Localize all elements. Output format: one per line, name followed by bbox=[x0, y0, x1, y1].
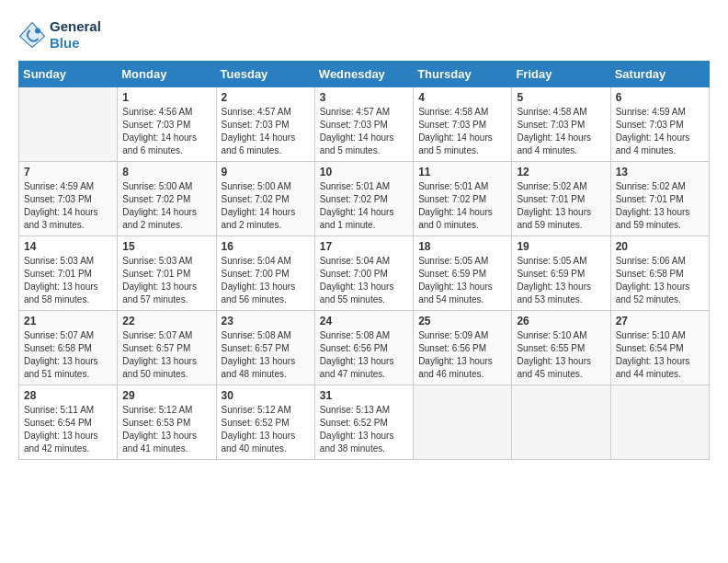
day-number: 9 bbox=[222, 166, 310, 178]
day-number: 6 bbox=[616, 91, 704, 104]
cell-info: Sunrise: 5:10 AM Sunset: 6:55 PM Dayligh… bbox=[517, 329, 605, 381]
day-number: 23 bbox=[222, 315, 310, 327]
day-number: 16 bbox=[222, 240, 310, 253]
cell-info: Sunrise: 5:02 AM Sunset: 7:01 PM Dayligh… bbox=[517, 180, 605, 232]
cell-info: Sunrise: 5:08 AM Sunset: 6:56 PM Dayligh… bbox=[320, 329, 408, 381]
cell-info: Sunrise: 4:56 AM Sunset: 7:03 PM Dayligh… bbox=[122, 106, 210, 157]
day-number: 26 bbox=[517, 315, 605, 327]
col-header-thursday: Thursday bbox=[414, 62, 512, 87]
calendar-cell: 12Sunrise: 5:02 AM Sunset: 7:01 PM Dayli… bbox=[512, 162, 610, 236]
calendar-cell: 24Sunrise: 5:08 AM Sunset: 6:56 PM Dayli… bbox=[314, 311, 413, 385]
day-number: 21 bbox=[24, 315, 112, 327]
cell-info: Sunrise: 4:57 AM Sunset: 7:03 PM Dayligh… bbox=[222, 106, 310, 157]
calendar-cell bbox=[512, 385, 610, 460]
calendar-cell: 21Sunrise: 5:07 AM Sunset: 6:58 PM Dayli… bbox=[19, 311, 118, 385]
calendar-cell: 20Sunrise: 5:06 AM Sunset: 6:58 PM Dayli… bbox=[610, 236, 709, 311]
calendar-week-3: 14Sunrise: 5:03 AM Sunset: 7:01 PM Dayli… bbox=[19, 236, 710, 311]
day-number: 28 bbox=[24, 389, 112, 402]
col-header-wednesday: Wednesday bbox=[314, 62, 413, 87]
cell-info: Sunrise: 5:07 AM Sunset: 6:57 PM Dayligh… bbox=[122, 329, 210, 381]
logo-text: General Blue bbox=[50, 18, 101, 52]
cell-info: Sunrise: 5:04 AM Sunset: 7:00 PM Dayligh… bbox=[222, 255, 310, 306]
day-number: 14 bbox=[24, 240, 112, 253]
cell-info: Sunrise: 4:59 AM Sunset: 7:03 PM Dayligh… bbox=[24, 180, 112, 232]
day-number: 17 bbox=[320, 240, 408, 253]
calendar-cell bbox=[414, 385, 512, 460]
day-number: 20 bbox=[616, 240, 704, 253]
calendar-cell: 1Sunrise: 4:56 AM Sunset: 7:03 PM Daylig… bbox=[118, 87, 216, 162]
svg-marker-0 bbox=[21, 24, 43, 46]
calendar-cell: 27Sunrise: 5:10 AM Sunset: 6:54 PM Dayli… bbox=[610, 311, 709, 385]
calendar-cell: 25Sunrise: 5:09 AM Sunset: 6:56 PM Dayli… bbox=[414, 311, 512, 385]
day-number: 22 bbox=[122, 315, 210, 327]
day-number: 3 bbox=[320, 91, 408, 104]
calendar-cell: 7Sunrise: 4:59 AM Sunset: 7:03 PM Daylig… bbox=[19, 162, 118, 236]
calendar-cell: 31Sunrise: 5:13 AM Sunset: 6:52 PM Dayli… bbox=[314, 385, 413, 460]
calendar-cell: 5Sunrise: 4:58 AM Sunset: 7:03 PM Daylig… bbox=[512, 87, 610, 162]
calendar-cell: 10Sunrise: 5:01 AM Sunset: 7:02 PM Dayli… bbox=[314, 162, 413, 236]
cell-info: Sunrise: 5:01 AM Sunset: 7:02 PM Dayligh… bbox=[418, 180, 506, 232]
cell-info: Sunrise: 5:10 AM Sunset: 6:54 PM Dayligh… bbox=[616, 329, 704, 381]
calendar-cell: 23Sunrise: 5:08 AM Sunset: 6:57 PM Dayli… bbox=[216, 311, 314, 385]
day-number: 1 bbox=[122, 91, 210, 104]
day-number: 2 bbox=[222, 91, 310, 104]
calendar-cell: 15Sunrise: 5:03 AM Sunset: 7:01 PM Dayli… bbox=[118, 236, 216, 311]
cell-info: Sunrise: 5:03 AM Sunset: 7:01 PM Dayligh… bbox=[24, 255, 112, 306]
cell-info: Sunrise: 5:06 AM Sunset: 6:58 PM Dayligh… bbox=[616, 255, 704, 306]
page-header: General Blue bbox=[18, 18, 710, 52]
calendar-cell: 22Sunrise: 5:07 AM Sunset: 6:57 PM Dayli… bbox=[118, 311, 216, 385]
day-number: 13 bbox=[616, 166, 704, 178]
day-number: 19 bbox=[517, 240, 605, 253]
col-header-friday: Friday bbox=[512, 62, 610, 87]
day-number: 4 bbox=[418, 91, 506, 104]
day-number: 8 bbox=[122, 166, 210, 178]
calendar-cell: 19Sunrise: 5:05 AM Sunset: 6:59 PM Dayli… bbox=[512, 236, 610, 311]
day-number: 5 bbox=[517, 91, 605, 104]
calendar-cell bbox=[610, 385, 709, 460]
calendar-cell: 26Sunrise: 5:10 AM Sunset: 6:55 PM Dayli… bbox=[512, 311, 610, 385]
cell-info: Sunrise: 5:09 AM Sunset: 6:56 PM Dayligh… bbox=[418, 329, 506, 381]
col-header-monday: Monday bbox=[118, 62, 216, 87]
calendar-cell: 9Sunrise: 5:00 AM Sunset: 7:02 PM Daylig… bbox=[216, 162, 314, 236]
cell-info: Sunrise: 5:00 AM Sunset: 7:02 PM Dayligh… bbox=[122, 180, 210, 232]
calendar-cell: 13Sunrise: 5:02 AM Sunset: 7:01 PM Dayli… bbox=[610, 162, 709, 236]
cell-info: Sunrise: 4:58 AM Sunset: 7:03 PM Dayligh… bbox=[418, 106, 506, 157]
cell-info: Sunrise: 5:11 AM Sunset: 6:54 PM Dayligh… bbox=[24, 404, 112, 455]
cell-info: Sunrise: 5:13 AM Sunset: 6:52 PM Dayligh… bbox=[320, 404, 408, 455]
col-header-sunday: Sunday bbox=[19, 62, 118, 87]
calendar-cell: 2Sunrise: 4:57 AM Sunset: 7:03 PM Daylig… bbox=[216, 87, 314, 162]
day-number: 12 bbox=[517, 166, 605, 178]
calendar-table: SundayMondayTuesdayWednesdayThursdayFrid… bbox=[18, 61, 710, 460]
cell-info: Sunrise: 5:00 AM Sunset: 7:02 PM Dayligh… bbox=[222, 180, 310, 232]
calendar-cell bbox=[19, 87, 118, 162]
calendar-cell: 18Sunrise: 5:05 AM Sunset: 6:59 PM Dayli… bbox=[414, 236, 512, 311]
cell-info: Sunrise: 4:57 AM Sunset: 7:03 PM Dayligh… bbox=[320, 106, 408, 157]
calendar-cell: 16Sunrise: 5:04 AM Sunset: 7:00 PM Dayli… bbox=[216, 236, 314, 311]
cell-info: Sunrise: 5:08 AM Sunset: 6:57 PM Dayligh… bbox=[222, 329, 310, 381]
day-number: 7 bbox=[24, 166, 112, 178]
day-number: 29 bbox=[122, 389, 210, 402]
calendar-week-4: 21Sunrise: 5:07 AM Sunset: 6:58 PM Dayli… bbox=[19, 311, 710, 385]
day-number: 27 bbox=[616, 315, 704, 327]
calendar-header-row: SundayMondayTuesdayWednesdayThursdayFrid… bbox=[19, 62, 710, 87]
cell-info: Sunrise: 5:03 AM Sunset: 7:01 PM Dayligh… bbox=[122, 255, 210, 306]
calendar-cell: 17Sunrise: 5:04 AM Sunset: 7:00 PM Dayli… bbox=[314, 236, 413, 311]
calendar-cell: 11Sunrise: 5:01 AM Sunset: 7:02 PM Dayli… bbox=[414, 162, 512, 236]
day-number: 15 bbox=[122, 240, 210, 253]
logo: General Blue bbox=[18, 18, 101, 52]
cell-info: Sunrise: 5:12 AM Sunset: 6:53 PM Dayligh… bbox=[122, 404, 210, 455]
col-header-saturday: Saturday bbox=[610, 62, 709, 87]
calendar-week-1: 1Sunrise: 4:56 AM Sunset: 7:03 PM Daylig… bbox=[19, 87, 710, 162]
logo-icon bbox=[18, 21, 46, 49]
calendar-cell: 30Sunrise: 5:12 AM Sunset: 6:52 PM Dayli… bbox=[216, 385, 314, 460]
calendar-cell: 8Sunrise: 5:00 AM Sunset: 7:02 PM Daylig… bbox=[118, 162, 216, 236]
cell-info: Sunrise: 5:04 AM Sunset: 7:00 PM Dayligh… bbox=[320, 255, 408, 306]
cell-info: Sunrise: 4:58 AM Sunset: 7:03 PM Dayligh… bbox=[517, 106, 605, 157]
calendar-cell: 29Sunrise: 5:12 AM Sunset: 6:53 PM Dayli… bbox=[118, 385, 216, 460]
calendar-week-5: 28Sunrise: 5:11 AM Sunset: 6:54 PM Dayli… bbox=[19, 385, 710, 460]
cell-info: Sunrise: 5:05 AM Sunset: 6:59 PM Dayligh… bbox=[418, 255, 506, 306]
calendar-cell: 3Sunrise: 4:57 AM Sunset: 7:03 PM Daylig… bbox=[314, 87, 413, 162]
cell-info: Sunrise: 5:01 AM Sunset: 7:02 PM Dayligh… bbox=[320, 180, 408, 232]
cell-info: Sunrise: 5:07 AM Sunset: 6:58 PM Dayligh… bbox=[24, 329, 112, 381]
day-number: 30 bbox=[222, 389, 310, 402]
